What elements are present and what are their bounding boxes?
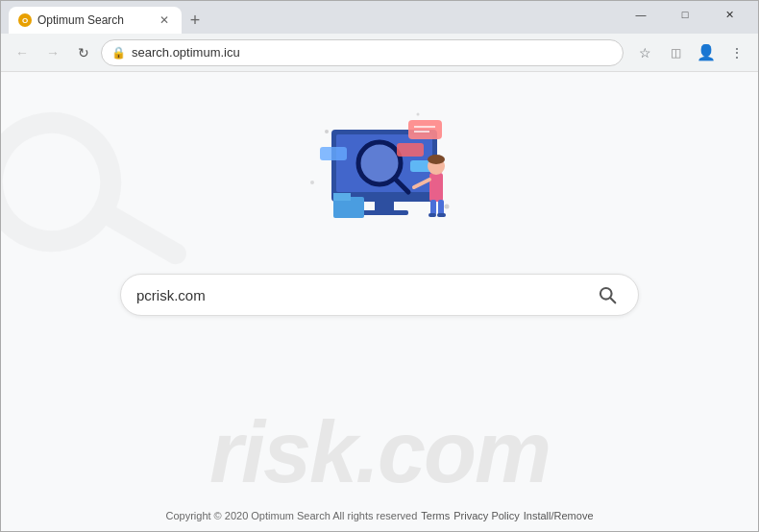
- search-button[interactable]: [592, 279, 623, 310]
- svg-rect-5: [375, 202, 394, 211]
- svg-line-30: [610, 298, 615, 302]
- window-controls: — □ ✕: [620, 1, 750, 34]
- search-box[interactable]: [120, 274, 639, 316]
- bookmark-icon[interactable]: ☆: [631, 39, 658, 66]
- svg-rect-16: [333, 193, 351, 201]
- svg-rect-22: [428, 213, 436, 217]
- svg-rect-20: [430, 200, 436, 215]
- svg-rect-11: [320, 147, 347, 160]
- svg-rect-23: [437, 213, 446, 217]
- title-bar: O Optimum Search ✕ + — □ ✕: [1, 1, 758, 34]
- page-content: risk.com: [1, 72, 758, 531]
- tab-strip: O Optimum Search ✕ +: [9, 1, 612, 34]
- url-bar[interactable]: 🔒: [101, 39, 624, 66]
- hero-illustration: [283, 101, 476, 254]
- search-input[interactable]: [136, 287, 592, 303]
- svg-point-0: [1, 109, 124, 254]
- footer-terms-link[interactable]: Terms: [421, 510, 450, 521]
- svg-point-26: [445, 205, 450, 209]
- active-tab[interactable]: O Optimum Search ✕: [9, 7, 182, 34]
- svg-rect-6: [360, 210, 408, 215]
- tab-favicon: O: [18, 13, 32, 27]
- menu-icon[interactable]: ⋮: [723, 39, 750, 66]
- hero-svg: [283, 101, 476, 245]
- extensions-icon: ◫: [662, 39, 689, 66]
- footer-copyright: Copyright © 2020 Optimum Search All righ…: [165, 510, 417, 521]
- lock-icon: 🔒: [111, 46, 126, 60]
- profile-icon[interactable]: 👤: [693, 39, 720, 66]
- watermark-text: risk.com: [1, 403, 758, 502]
- footer-install-remove-link[interactable]: Install/Remove: [524, 510, 594, 521]
- svg-line-1: [109, 201, 176, 268]
- svg-rect-10: [397, 143, 424, 157]
- svg-rect-21: [438, 200, 444, 215]
- url-input[interactable]: [132, 45, 613, 60]
- browser-frame: O Optimum Search ✕ + — □ ✕ ← → ↻ 🔒 ☆ ◫ 👤…: [0, 0, 759, 532]
- footer: Copyright © 2020 Optimum Search All righ…: [1, 500, 758, 531]
- address-right-icons: ☆ ◫ 👤 ⋮: [631, 39, 750, 66]
- svg-point-28: [310, 181, 314, 184]
- tab-close-button[interactable]: ✕: [157, 12, 172, 28]
- svg-rect-9: [408, 120, 442, 139]
- minimize-button[interactable]: —: [620, 1, 662, 28]
- footer-privacy-link[interactable]: Privacy Policy: [453, 510, 519, 521]
- forward-button[interactable]: →: [39, 39, 66, 66]
- svg-rect-17: [429, 173, 443, 202]
- svg-point-27: [417, 113, 420, 116]
- maximize-button[interactable]: □: [664, 1, 706, 28]
- back-button[interactable]: ←: [9, 39, 36, 66]
- close-button[interactable]: ✕: [708, 1, 750, 28]
- svg-point-25: [325, 130, 329, 133]
- svg-point-19: [428, 155, 445, 164]
- tab-title: Optimum Search: [37, 13, 151, 27]
- address-bar: ← → ↻ 🔒 ☆ ◫ 👤 ⋮: [1, 34, 758, 72]
- refresh-button[interactable]: ↻: [70, 39, 97, 66]
- new-tab-button[interactable]: +: [182, 7, 208, 34]
- search-section: [120, 274, 639, 316]
